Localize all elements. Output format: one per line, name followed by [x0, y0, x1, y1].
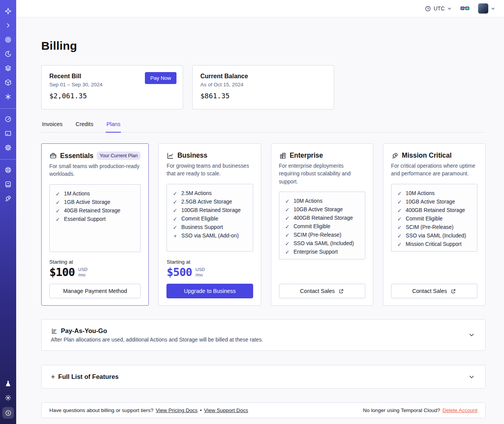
- payg-accordion[interactable]: Pay-As-You-Go After Plan allocations are…: [41, 319, 486, 351]
- check-icon: ✓: [285, 205, 290, 214]
- contact-sales-button[interactable]: Contact Sales: [279, 284, 365, 298]
- feedback-glasses-icon[interactable]: [460, 5, 469, 12]
- feature-item: ✓SSO via SAML (Included): [397, 232, 472, 240]
- check-icon: ✓: [285, 222, 290, 231]
- billing-dollar-icon[interactable]: $: [2, 407, 14, 419]
- plan-description: For small teams with production-ready wo…: [49, 163, 141, 178]
- feature-item: ✓SSO via SAML (Included): [285, 239, 360, 248]
- feature-text: 10M Actions: [294, 197, 323, 205]
- content: Billing Recent Bill Sep 01 – Sep 30, 202…: [16, 17, 504, 418]
- pay-now-button[interactable]: Pay Now: [145, 72, 176, 84]
- feature-item: ✓10GB Active Storage: [285, 205, 360, 214]
- chevron-down-icon: [447, 6, 452, 11]
- timezone-selector[interactable]: UTC: [425, 5, 452, 12]
- upgrade-business-button[interactable]: Upgrade to Business: [166, 284, 253, 298]
- feature-text: 10GB Active Storage: [406, 198, 455, 206]
- feature-item: ✓Commit Eligible: [397, 215, 472, 223]
- sidebar: $: [0, 0, 16, 424]
- settings-gear-icon[interactable]: [3, 143, 13, 153]
- plan-description: For enterprise deployments requiring rob…: [279, 162, 365, 186]
- delete-account-link[interactable]: Delete Account: [442, 407, 477, 413]
- plan-name: Mission Critical: [402, 151, 452, 160]
- tab-invoices[interactable]: Invoices: [41, 121, 63, 132]
- workflows-cube-icon[interactable]: [3, 77, 13, 87]
- docs-book-icon[interactable]: [3, 179, 13, 189]
- feature-item: ✓SCIM (Pre-Release): [397, 223, 472, 232]
- feature-text: 2.5M Actions: [181, 189, 212, 198]
- chevron-down-icon[interactable]: [468, 374, 475, 380]
- chevron-down-icon[interactable]: [468, 331, 475, 338]
- usage-gauge-icon[interactable]: [3, 114, 13, 124]
- footer-question: Have questions about billing or support …: [49, 407, 153, 413]
- feature-text: SCIM (Pre-Release): [294, 231, 341, 239]
- plan-card-essentials: Essentials Your Current Plan For small t…: [41, 143, 149, 306]
- check-icon: ✓: [172, 206, 178, 215]
- namespaces-icon[interactable]: [3, 35, 13, 45]
- compass-star-icon[interactable]: [3, 6, 13, 16]
- tab-credits[interactable]: Credits: [75, 121, 94, 132]
- deployments-layers-icon[interactable]: [3, 63, 13, 73]
- summary-row: Recent Bill Sep 01 – Sep 30, 2024 $2,061…: [41, 65, 486, 109]
- button-label: Manage Payment Method: [63, 288, 127, 294]
- footer-delete-question: No longer using Temporal Cloud?: [363, 407, 440, 413]
- plans-row: Essentials Your Current Plan For small t…: [41, 143, 486, 306]
- feature-item: ✓10M Actions: [397, 189, 472, 198]
- feature-box: ✓1M Actions ✓1GB Active Storage ✓40GB Re…: [49, 184, 141, 252]
- labs-flask-icon[interactable]: [3, 379, 13, 389]
- feature-text: SSO via SAML (Included): [406, 232, 466, 240]
- check-icon: ✓: [285, 231, 290, 239]
- manage-payment-button[interactable]: Manage Payment Method: [49, 284, 141, 298]
- page-title: Billing: [41, 39, 486, 52]
- tab-plans[interactable]: Plans: [106, 121, 121, 132]
- feature-item: ✓2.5M Actions: [172, 189, 247, 198]
- check-icon: ✓: [55, 215, 60, 224]
- check-icon: ✓: [397, 223, 402, 232]
- button-label: Contact Sales: [412, 288, 447, 294]
- check-icon: ✓: [397, 215, 402, 223]
- feature-item: ✓2.5GB Active Storage: [172, 198, 247, 206]
- feature-item: ✓SCIM (Pre-Release): [285, 231, 360, 239]
- support-docs-link[interactable]: View Support Docs: [204, 407, 248, 413]
- check-icon: ✓: [397, 206, 402, 215]
- feature-text: Commit Eligible: [294, 222, 331, 231]
- feature-text: SSO via SAML (Add-on): [181, 232, 239, 240]
- support-lifebuoy-icon[interactable]: [3, 165, 13, 175]
- getting-started-rocket-icon[interactable]: [3, 193, 13, 204]
- feature-text: SCIM (Pre-Release): [406, 223, 454, 232]
- billing-tabs: Invoices Credits Plans: [41, 121, 486, 133]
- pricing-docs-link[interactable]: View Pricing Docs: [156, 407, 198, 413]
- bullet-separator: •: [200, 407, 202, 413]
- full-features-title: Full List of Features: [58, 373, 119, 380]
- price-label: Starting at: [166, 259, 253, 265]
- feature-text: 100GB Retained Storage: [181, 206, 240, 215]
- nexus-asterisk-icon[interactable]: [3, 92, 13, 102]
- contact-sales-button[interactable]: Contact Sales: [391, 284, 477, 298]
- plan-name: Enterprise: [290, 151, 323, 160]
- feature-item: ✓10M Actions: [285, 197, 360, 205]
- price-period: /mo: [78, 272, 87, 278]
- feature-item: ✓Enterprise Support: [285, 248, 360, 256]
- check-icon: ✓: [397, 240, 402, 249]
- button-label: Upgrade to Business: [184, 288, 236, 294]
- check-icon: ✓: [397, 232, 402, 240]
- timezone-label: UTC: [433, 5, 445, 12]
- feature-text: Mission Critical Support: [406, 240, 462, 249]
- plus-icon: +: [51, 373, 55, 380]
- theme-sun-icon[interactable]: [3, 393, 13, 403]
- plan-description: For critical operations where uptime and…: [391, 162, 477, 178]
- feature-box: ✓2.5M Actions ✓2.5GB Active Storage ✓100…: [166, 184, 253, 252]
- full-features-accordion[interactable]: + Full List of Features: [41, 365, 486, 389]
- price-label: Starting at: [49, 259, 141, 265]
- price-period: /mo: [195, 272, 205, 278]
- check-icon: ✓: [397, 198, 402, 206]
- check-icon: ✓: [172, 189, 178, 198]
- billing-card-icon[interactable]: [3, 128, 13, 138]
- plan-name: Essentials: [60, 152, 94, 160]
- check-icon: ✓: [172, 223, 178, 232]
- chevron-right-icon[interactable]: [3, 20, 13, 30]
- check-icon: ✓: [55, 190, 60, 198]
- check-icon: ✓: [55, 198, 60, 207]
- schedules-clock-icon[interactable]: [3, 49, 13, 59]
- plan-card-mission-critical: Mission Critical For critical operations…: [383, 143, 486, 306]
- user-menu[interactable]: [478, 3, 496, 14]
